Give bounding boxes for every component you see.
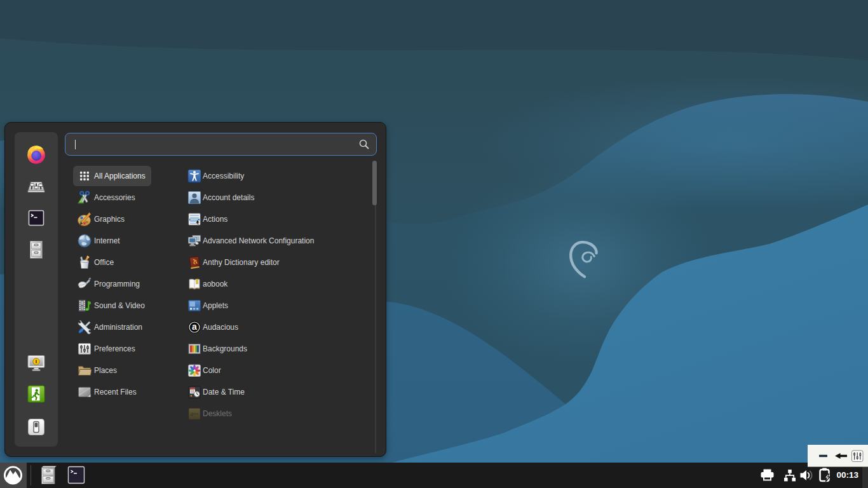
svg-text:a: a: [192, 322, 197, 332]
